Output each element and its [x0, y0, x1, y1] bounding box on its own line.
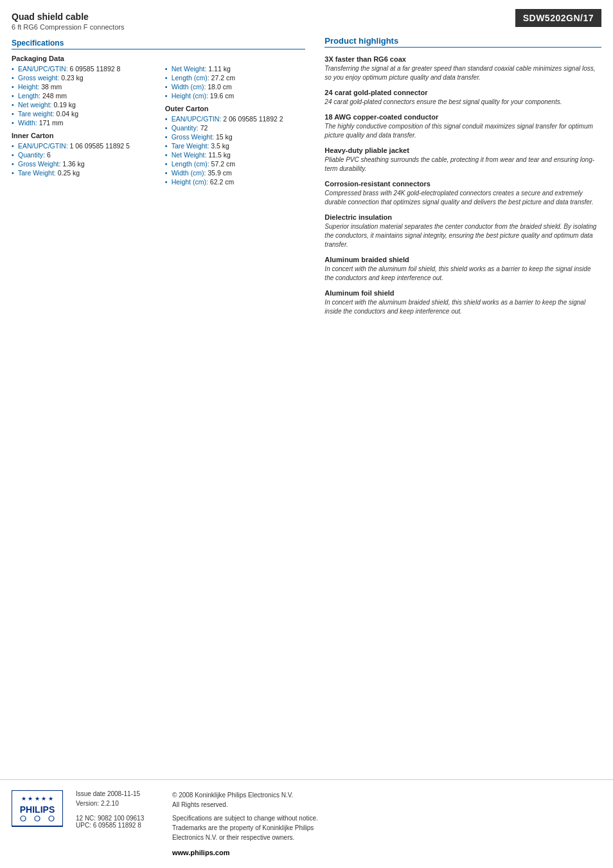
list-item: Gross Weight: 1.36 kg	[12, 160, 152, 168]
highlight-item: Corrosion-resistant connectors Compresse…	[324, 180, 601, 207]
highlight-item: Heavy-duty pliable jacket Pliable PVC sh…	[324, 146, 601, 173]
highlight-desc: Compressed brass with 24K gold-electropl…	[324, 189, 601, 207]
right-panel: SDW5202GN/17 Product highlights 3X faste…	[318, 12, 601, 766]
highlight-desc: In concert with the aluminum braided shi…	[324, 298, 601, 316]
highlight-desc: Superior insulation material separates t…	[324, 222, 601, 249]
nc-upc: 12 NC: 9082 100 09613 UPC: 6 09585 11892…	[76, 815, 159, 829]
copyright: © 2008 Koninklijke Philips Electronics N…	[172, 790, 601, 810]
inner-carton-heading: Inner Carton	[12, 132, 152, 139]
highlight-title: Aluminum braided shield	[324, 256, 601, 263]
left-panel: Quad shield cable 6 ft RG6 Compression F…	[12, 12, 318, 766]
highlight-item: 3X faster than RG6 coax Transferring the…	[324, 55, 601, 82]
right-header-area: SDW5202GN/17	[324, 12, 601, 36]
footer-legal-area: © 2008 Koninklijke Philips Electronics N…	[172, 790, 601, 858]
highlight-title: Aluminum foil shield	[324, 289, 601, 297]
highlight-title: 3X faster than RG6 coax	[324, 55, 601, 63]
version-value: 2.2.10	[101, 800, 119, 807]
list-item: Tare Weight: 3.5 kg	[165, 142, 306, 150]
issue-date-label: Issue date	[76, 790, 105, 797]
highlight-title: Dielectric insulation	[324, 213, 601, 221]
list-item: Width: 171 mm	[12, 119, 152, 127]
highlights-list: 3X faster than RG6 coax Transferring the…	[324, 55, 601, 316]
highlight-item: Dielectric insulation Superior insulatio…	[324, 213, 601, 249]
highlight-desc: Transferring the signal at a far greater…	[324, 64, 601, 82]
highlight-item: 18 AWG copper-coated conductor The highl…	[324, 113, 601, 140]
outer-carton-list: EAN/UPC/GTIN: 2 06 09585 11892 2Quantity…	[165, 115, 306, 186]
highlight-title: 24 carat gold-plated connector	[324, 89, 601, 96]
version-row: Version: 2.2.10	[76, 800, 159, 807]
packaging-col2-list: Net Weight: 1.11 kgLength (cm): 27.2 cmW…	[165, 65, 306, 100]
highlights-heading: Product highlights	[324, 36, 601, 48]
list-item: Length (cm): 57.2 cm	[165, 160, 306, 168]
packaging-col-left: EAN/UPC/GTIN: 6 09585 11892 8Gross weigh…	[12, 65, 152, 191]
highlight-title: Heavy-duty pliable jacket	[324, 146, 601, 154]
list-item: Length: 248 mm	[12, 92, 152, 100]
highlight-item: Aluminum braided shield In concert with …	[324, 256, 601, 283]
highlight-title: 18 AWG copper-coated conductor	[324, 113, 601, 121]
svg-text:PHILIPS: PHILIPS	[20, 804, 55, 815]
highlight-title: Corrosion-resistant connectors	[324, 180, 601, 188]
list-item: Tare Weight: 0.25 kg	[12, 169, 152, 177]
specifications-heading: Specifications	[12, 39, 305, 49]
svg-text:★  ★  ★  ★  ★: ★ ★ ★ ★ ★	[21, 795, 53, 802]
footer-meta: Issue date 2008-11-15 Version: 2.2.10 12…	[76, 790, 159, 829]
issue-date-value: 2008-11-15	[107, 790, 140, 797]
product-name: Quad shield cable	[12, 12, 305, 22]
packaging-data-heading: Packaging Data	[12, 55, 305, 62]
footer: ★ ★ ★ ★ ★ PHILIPS Issue date 2008-11-15 …	[0, 779, 613, 869]
packaging-col-right: Net Weight: 1.11 kgLength (cm): 27.2 cmW…	[165, 65, 306, 191]
outer-carton-heading: Outer Carton	[165, 105, 306, 112]
list-item: Gross Weight: 15 kg	[165, 133, 306, 141]
list-item: Height (cm): 62.2 cm	[165, 178, 306, 186]
main-content: Quad shield cable 6 ft RG6 Compression F…	[0, 0, 613, 766]
right-panel-inner: Product highlights 3X faster than RG6 co…	[324, 36, 601, 316]
highlight-item: 24 carat gold-plated connector 24 carat …	[324, 89, 601, 107]
list-item: Quantity: 72	[165, 124, 306, 132]
list-item: Net Weight: 11.5 kg	[165, 151, 306, 159]
packaging-specs-area: EAN/UPC/GTIN: 6 09585 11892 8Gross weigh…	[12, 65, 305, 191]
highlight-desc: In concert with the aluminum foil shield…	[324, 265, 601, 283]
product-subtitle: 6 ft RG6 Compression F connectors	[12, 23, 305, 31]
philips-logo: ★ ★ ★ ★ ★ PHILIPS	[12, 790, 63, 830]
list-item: Tare weight: 0.04 kg	[12, 110, 152, 118]
product-model-box: SDW5202GN/17	[515, 9, 601, 27]
page-wrapper: Quad shield cable 6 ft RG6 Compression F…	[0, 0, 613, 868]
list-item: EAN/UPC/GTIN: 6 09585 11892 8	[12, 65, 152, 73]
list-item: Gross weight: 0.23 kg	[12, 74, 152, 82]
website: www.philips.com	[172, 847, 601, 858]
list-item: Width (cm): 18.0 cm	[165, 83, 306, 91]
highlight-desc: Pliable PVC sheathing surrounds the cabl…	[324, 155, 601, 173]
legal-text: Specifications are subject to change wit…	[172, 813, 601, 842]
list-item: Length (cm): 27.2 cm	[165, 74, 306, 82]
list-item: Quantity: 6	[12, 151, 152, 159]
list-item: Net Weight: 1.11 kg	[165, 65, 306, 73]
list-item: EAN/UPC/GTIN: 1 06 09585 11892 5	[12, 142, 152, 150]
highlight-desc: The highly conductive composition of thi…	[324, 122, 601, 140]
list-item: Width (cm): 35.9 cm	[165, 169, 306, 177]
highlight-item: Aluminum foil shield In concert with the…	[324, 289, 601, 316]
version-label: Version:	[76, 800, 99, 807]
list-item: Height (cm): 19.6 cm	[165, 92, 306, 100]
list-item: Net weight: 0.19 kg	[12, 101, 152, 109]
philips-logo-svg: ★ ★ ★ ★ ★ PHILIPS	[12, 790, 63, 829]
issue-date-row: Issue date 2008-11-15	[76, 790, 159, 797]
inner-carton-list: EAN/UPC/GTIN: 1 06 09585 11892 5Quantity…	[12, 142, 152, 177]
list-item: Height: 38 mm	[12, 83, 152, 91]
list-item: EAN/UPC/GTIN: 2 06 09585 11892 2	[165, 115, 306, 123]
highlight-desc: 24 carat gold-plated connectors ensure t…	[324, 98, 601, 107]
packaging-list: EAN/UPC/GTIN: 6 09585 11892 8Gross weigh…	[12, 65, 152, 127]
